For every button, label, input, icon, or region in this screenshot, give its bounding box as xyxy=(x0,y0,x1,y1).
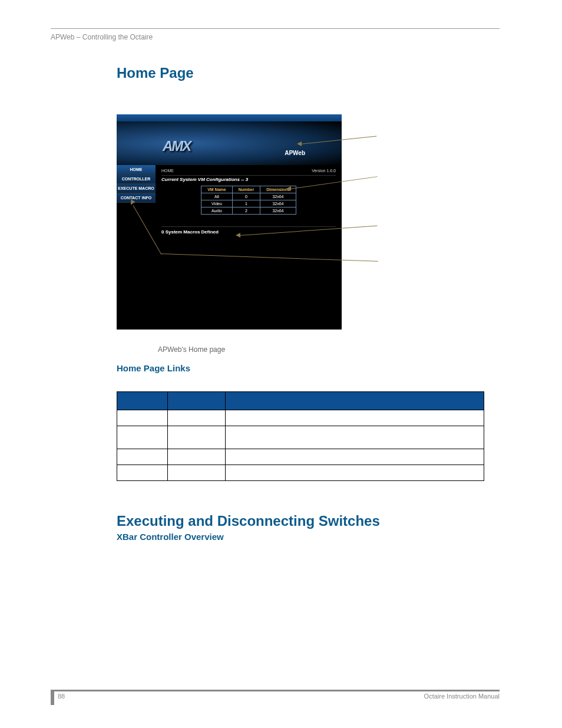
figure-caption: APWeb's Home page xyxy=(158,345,225,354)
apweb-home-screenshot: AMX APWeb HOME CONTROLLER EXECUTE MACRO … xyxy=(117,114,342,330)
cell: Audio xyxy=(201,207,233,215)
nav-home[interactable]: HOME xyxy=(117,165,156,174)
ss-version: Version 1.6.0 xyxy=(312,169,336,173)
heading-home-page: Home Page xyxy=(117,65,194,81)
nav-contact-info[interactable]: CONTACT INFO xyxy=(117,193,156,203)
cell: 1 xyxy=(232,200,260,207)
screenshot-sidebar: HOME CONTROLLER EXECUTE MACRO CONTACT IN… xyxy=(117,165,156,330)
header-rule xyxy=(51,28,500,29)
th-number: Number xyxy=(232,186,260,193)
cell: Video xyxy=(201,200,233,207)
th xyxy=(168,392,226,410)
ss-vm-table: VM Name Number Dimensions All 0 32x64 Vi… xyxy=(201,186,296,215)
annotation-arrowhead xyxy=(286,186,291,191)
ss-vm-title: Current System VM Configurations -- 3 xyxy=(161,175,336,186)
cell: 2 xyxy=(232,207,260,215)
table-row xyxy=(117,426,484,449)
apweb-label: APWeb xyxy=(285,150,305,156)
table-row xyxy=(117,410,484,426)
footer-rule xyxy=(51,690,500,691)
th xyxy=(226,392,484,410)
nav-controller[interactable]: CONTROLLER xyxy=(117,174,156,184)
annotation-arrowhead xyxy=(297,141,302,146)
ss-crumb: HOME xyxy=(161,169,174,173)
heading-home-page-links: Home Page Links xyxy=(117,363,190,373)
cell: 32x64 xyxy=(260,207,296,215)
cell: 32x64 xyxy=(260,193,296,200)
heading-xbar-overview: XBar Controller Overview xyxy=(117,532,224,542)
table-row xyxy=(117,449,484,465)
table-row xyxy=(117,465,484,481)
cell: All xyxy=(201,193,233,200)
table-row: All 0 32x64 xyxy=(201,193,296,200)
manual-title: Octaire Instruction Manual xyxy=(424,693,500,700)
annotation-arrowhead xyxy=(236,233,240,238)
th-vmname: VM Name xyxy=(201,186,233,193)
table-row: Video 1 32x64 xyxy=(201,200,296,207)
nav-execute-macro[interactable]: EXECUTE MACRO xyxy=(117,184,156,193)
cell: 0 xyxy=(232,193,260,200)
cell: 32x64 xyxy=(260,200,296,207)
th xyxy=(117,392,168,410)
amx-logo: AMX xyxy=(163,138,190,154)
heading-executing-switches: Executing and Disconnecting Switches xyxy=(117,513,380,529)
header-breadcrumb: APWeb – Controlling the Octaire xyxy=(51,33,153,41)
page-number: 88 xyxy=(58,693,65,700)
home-page-links-table xyxy=(117,391,484,481)
table-row: Audio 2 32x64 xyxy=(201,207,296,215)
